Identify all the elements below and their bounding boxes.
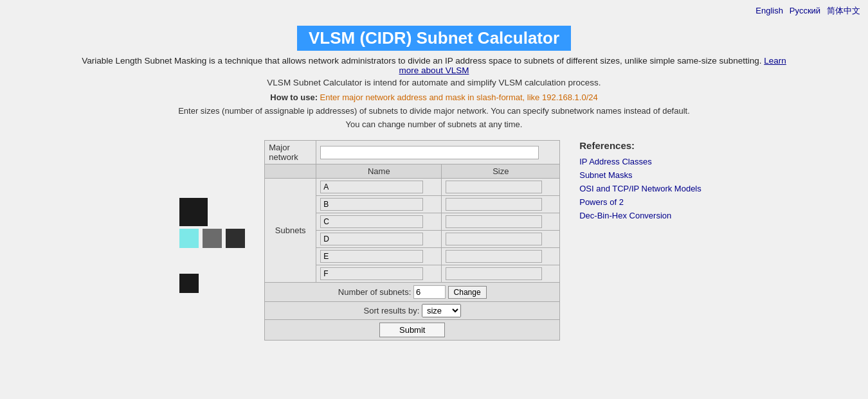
number-of-subnets-input[interactable]	[413, 285, 446, 299]
references-list: IP Address Classes Subnet Masks OSI and …	[579, 156, 701, 220]
sort-results-row: Sort results by: size name	[265, 302, 560, 320]
name-header: Name	[316, 164, 442, 179]
subnet-size-cell-a	[442, 179, 560, 196]
subnet-size-input-f[interactable]	[446, 267, 542, 280]
calculator-table: Major network Name Size Subnets	[264, 140, 560, 341]
lang-chinese[interactable]: 简体中文	[827, 6, 860, 15]
subnet-name-cell-d	[316, 231, 442, 248]
deco-box-small-dark	[179, 274, 199, 293]
size-header: Size	[442, 164, 560, 179]
deco-box-cyan	[179, 229, 199, 248]
subnet-name-input-a[interactable]	[320, 181, 423, 193]
howto-label: How to use:	[270, 93, 318, 102]
submit-row: Submit	[265, 320, 560, 341]
subnet-size-input-a[interactable]	[446, 181, 542, 193]
subnet-name-cell-e	[316, 248, 442, 265]
subnet-name-input-b[interactable]	[320, 198, 423, 211]
left-decorations	[179, 198, 245, 293]
subnet-name-input-d[interactable]	[320, 233, 423, 245]
deco-row2	[179, 229, 245, 248]
subnet-size-input-b[interactable]	[446, 198, 542, 211]
major-network-cell	[316, 141, 560, 164]
subnet-size-cell-e	[442, 248, 560, 265]
ref-item-conversion: Dec-Bin-Hex Conversion	[579, 210, 701, 220]
subnet-name-input-f[interactable]	[320, 267, 423, 280]
ref-item-powers: Powers of 2	[579, 197, 701, 207]
subnet-name-input-e[interactable]	[320, 250, 423, 263]
subnets-header-row: Name Size	[265, 164, 560, 179]
submit-button[interactable]: Submit	[379, 323, 445, 337]
subnet-size-cell-f	[442, 265, 560, 283]
subnets-label: Subnets	[265, 179, 316, 283]
subnet-name-cell-c	[316, 213, 442, 231]
subnet-name-cell-a	[316, 179, 442, 196]
ref-link-ip[interactable]: IP Address Classes	[579, 157, 651, 166]
ref-link-subnet[interactable]: Subnet Masks	[579, 170, 632, 180]
deco-row1	[179, 198, 208, 226]
subnets-empty-header	[265, 164, 316, 179]
number-of-subnets-label: Number of subnets:	[338, 287, 411, 297]
major-network-label: Major network	[265, 141, 316, 164]
number-of-subnets-row: Number of subnets: Change	[265, 283, 560, 302]
subnet-size-cell-b	[442, 196, 560, 213]
sort-results-cell: Sort results by: size name	[265, 302, 560, 320]
deco-row3	[179, 274, 199, 293]
ref-item-subnet: Subnet Masks	[579, 170, 701, 180]
ref-link-osi[interactable]: OSI and TCP/IP Network Models	[579, 184, 701, 193]
subnet-size-cell-d	[442, 231, 560, 248]
sort-select[interactable]: size name	[422, 304, 461, 317]
number-of-subnets-cell: Number of subnets: Change	[265, 283, 560, 302]
change-button[interactable]: Change	[448, 286, 487, 299]
deco-box-dark	[226, 229, 245, 248]
subnet-size-input-e[interactable]	[446, 250, 542, 263]
submit-cell: Submit	[265, 320, 560, 341]
main-area: Major network Name Size Subnets	[0, 140, 868, 341]
deco-box-black-large	[179, 198, 208, 226]
references-heading: References:	[579, 140, 701, 151]
deco-box-gray	[203, 229, 222, 248]
subnet-size-input-c[interactable]	[446, 215, 542, 228]
howto-line2: Enter sizes (number of assignable ip add…	[0, 105, 868, 118]
lang-russian[interactable]: Русский	[790, 6, 820, 15]
page-title-container: VLSM (CIDR) Subnet Calculator	[0, 26, 868, 51]
major-network-row: Major network	[265, 141, 560, 164]
sort-results-label: Sort results by:	[364, 306, 420, 315]
ref-item-ip: IP Address Classes	[579, 156, 701, 166]
subnet-name-input-c[interactable]	[320, 215, 423, 228]
page-title: VLSM (CIDR) Subnet Calculator	[297, 26, 571, 51]
calculator-form: Major network Name Size Subnets	[264, 140, 560, 341]
subnet-row-a: Subnets	[265, 179, 560, 196]
ref-item-osi: OSI and TCP/IP Network Models	[579, 183, 701, 193]
desc2-text: VLSM Subnet Calculator is intend for aut…	[0, 78, 868, 87]
subnet-name-cell-f	[316, 265, 442, 283]
ref-link-powers[interactable]: Powers of 2	[579, 197, 624, 207]
howto-line1: Enter major network address and mask in …	[320, 93, 598, 102]
subnet-size-input-d[interactable]	[446, 233, 542, 245]
references-section: References: IP Address Classes Subnet Ma…	[579, 140, 701, 224]
lang-english[interactable]: English	[755, 6, 783, 15]
language-bar: English Русский 简体中文	[0, 0, 868, 19]
howto-line3: You can change number of subnets at any …	[0, 118, 868, 132]
description-text: Variable Length Subnet Masking is a tech…	[80, 56, 788, 75]
major-network-input[interactable]	[320, 146, 539, 159]
ref-link-conversion[interactable]: Dec-Bin-Hex Conversion	[579, 211, 671, 220]
subnet-size-cell-c	[442, 213, 560, 231]
subnet-name-cell-b	[316, 196, 442, 213]
howto-section: How to use: Enter major network address …	[0, 91, 868, 131]
